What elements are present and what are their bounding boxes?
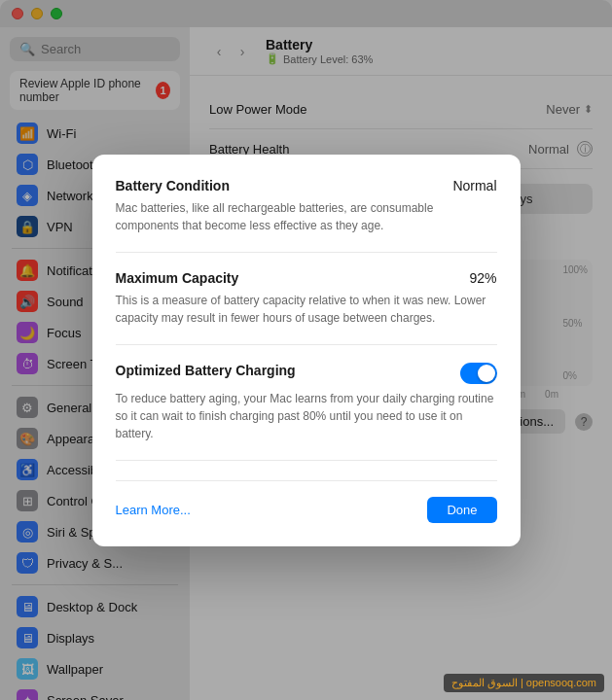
- battery-condition-header: Battery Condition Normal: [116, 178, 497, 193]
- maximum-capacity-title: Maximum Capacity: [116, 270, 239, 286]
- watermark: السوق المفتوح | opensooq.com: [444, 674, 604, 692]
- optimized-charging-text: Optimized Battery Charging: [116, 363, 449, 378]
- optimized-charging-desc: To reduce battery aging, your Mac learns…: [116, 390, 497, 442]
- battery-condition-value: Normal: [452, 178, 496, 193]
- battery-health-modal: Battery Condition Normal Mac batteries, …: [92, 155, 521, 546]
- maximum-capacity-section: Maximum Capacity 92% This is a measure o…: [116, 270, 497, 345]
- optimized-charging-row: Optimized Battery Charging: [116, 363, 497, 384]
- maximum-capacity-value: 92%: [469, 270, 496, 286]
- modal-footer: Learn More... Done: [116, 480, 497, 523]
- optimized-charging-title: Optimized Battery Charging: [116, 363, 449, 378]
- battery-condition-desc: Mac batteries, like all rechargeable bat…: [116, 199, 497, 234]
- battery-condition-title: Battery Condition: [116, 178, 230, 193]
- modal-overlay: Battery Condition Normal Mac batteries, …: [0, 0, 612, 700]
- maximum-capacity-desc: This is a measure of battery capacity re…: [116, 292, 497, 327]
- battery-condition-section: Battery Condition Normal Mac batteries, …: [116, 178, 497, 253]
- optimized-charging-section: Optimized Battery Charging To reduce bat…: [116, 363, 497, 461]
- toggle-knob: [478, 365, 495, 382]
- done-button[interactable]: Done: [427, 497, 496, 523]
- learn-more-button[interactable]: Learn More...: [116, 503, 191, 517]
- maximum-capacity-header: Maximum Capacity 92%: [116, 270, 497, 286]
- optimized-charging-toggle[interactable]: [460, 363, 497, 384]
